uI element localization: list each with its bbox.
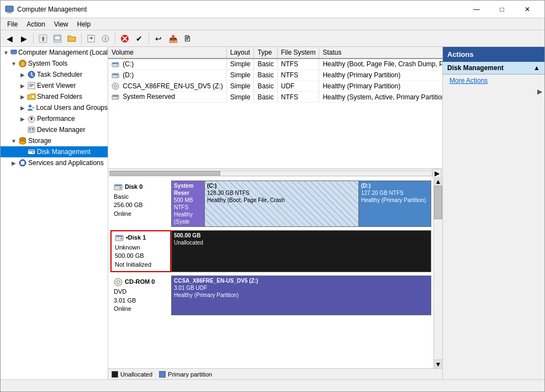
- disk1-type: Unknown: [115, 243, 167, 252]
- menu-view[interactable]: View: [50, 19, 73, 29]
- menu-bar: File Action View Help: [1, 18, 544, 30]
- delete-button[interactable]: [118, 32, 131, 45]
- col-fs: File System: [277, 47, 319, 59]
- table-row[interactable]: (C:) Simple Basic NTFS Healthy (Boot, Pa…: [108, 59, 442, 70]
- performance-label: Performance: [36, 115, 75, 123]
- root-expand-icon[interactable]: ▼: [2, 50, 10, 56]
- cell-volume: (D:): [108, 70, 226, 81]
- cdrom0-type: DVD: [114, 288, 168, 296]
- device-manager-label: Device Manager: [36, 126, 85, 134]
- maximize-button[interactable]: □: [489, 1, 515, 18]
- table-row[interactable]: CCSA_X86FRE_EN-US_DV5 (Z:) Simple Basic …: [108, 81, 442, 92]
- tree-shared-folders[interactable]: ▶ Shared Folders: [1, 91, 108, 102]
- svg-rect-57: [115, 185, 121, 186]
- cell-fs: NTFS: [277, 59, 319, 70]
- horizontal-scrollbar[interactable]: ▶: [108, 168, 442, 177]
- folder-button[interactable]: [65, 32, 78, 45]
- scroll-thumb[interactable]: [434, 186, 442, 219]
- actions-header: Actions: [443, 47, 544, 62]
- new-window-button[interactable]: ↩: [152, 32, 165, 45]
- partition-system-reserved[interactable]: System Reser 500 MB NTFS Healthy (Syste: [172, 181, 205, 226]
- disk1-row: •Disk 1 Unknown 500.00 GB Not Initialize…: [110, 230, 431, 272]
- export-button[interactable]: [84, 32, 98, 45]
- tree-local-users[interactable]: ▶ Local Users and Groups: [1, 102, 108, 113]
- svg-rect-0: [6, 6, 13, 12]
- disk-list[interactable]: Volume Layout Type File System Status (C…: [108, 47, 442, 168]
- up-button[interactable]: ⬆: [36, 32, 50, 45]
- local-users-icon: [27, 103, 35, 112]
- tree-device-manager[interactable]: Device Manager: [1, 124, 108, 135]
- properties-button[interactable]: i: [99, 32, 112, 45]
- perf-expand-icon[interactable]: ▶: [18, 116, 27, 122]
- tree-storage[interactable]: ▼ Storage: [1, 135, 108, 146]
- cdrom0-partitions: CCSA_X86FRE_EN-US_DV5 (Z:) 3.01 GB UDF H…: [171, 276, 431, 315]
- local-users-expand-icon[interactable]: ▶: [18, 105, 27, 111]
- scroll-up-btn[interactable]: ▲: [434, 177, 442, 186]
- scroll-right-btn[interactable]: ▶: [432, 169, 441, 178]
- partition-unalloc[interactable]: 500.00 GB Unallocated: [172, 231, 431, 272]
- check-button[interactable]: ✔: [133, 32, 146, 45]
- table-row[interactable]: (D:) Simple Basic NTFS Healthy (Primary …: [108, 70, 442, 81]
- cdrom0-name: CD-ROM 0: [125, 278, 155, 286]
- forward-button[interactable]: ▶: [17, 32, 30, 45]
- svg-rect-16: [13, 54, 15, 54]
- task-scheduler-label: Task Scheduler: [36, 71, 82, 78]
- tree-performance[interactable]: ▶ Performance: [1, 113, 108, 124]
- svg-rect-1: [8, 12, 11, 13]
- menu-action[interactable]: Action: [22, 19, 49, 29]
- drive-icon: [112, 61, 119, 68]
- legend-unallocated: Unallocated: [112, 371, 152, 378]
- table-row[interactable]: System Reserved Simple Basic NTFS Health…: [108, 92, 442, 103]
- unalloc-label: Unallocated: [174, 239, 428, 246]
- cdrom0-size: 3.01 GB: [114, 296, 168, 305]
- task-expand-icon[interactable]: ▶: [18, 72, 27, 78]
- tree-task-scheduler[interactable]: ▶ Task Scheduler: [1, 69, 108, 80]
- storage-expand-icon[interactable]: ▼: [9, 138, 18, 144]
- services-apps-icon: [18, 158, 27, 167]
- more-actions-arrow: ▶: [537, 88, 542, 96]
- back-button[interactable]: ◀: [3, 32, 16, 45]
- window-controls: — □ ✕: [464, 1, 540, 18]
- partition-d[interactable]: (D:) 127.20 GB NTFS Healthy (Primary Par…: [359, 181, 431, 226]
- services-expand-icon[interactable]: ▶: [9, 160, 18, 166]
- partition-c[interactable]: (C:) 128.30 GB NTFS Healthy (Boot, Page …: [205, 181, 359, 226]
- disk1-name: •Disk 1: [126, 234, 146, 242]
- more-actions-item[interactable]: More Actions: [443, 75, 544, 87]
- tree-event-viewer[interactable]: ▶ Event Viewer: [1, 80, 108, 91]
- shared-expand-icon[interactable]: ▶: [18, 94, 27, 100]
- disk0-info: Disk 0 Basic 256.00 GB Online: [110, 181, 171, 227]
- close-button[interactable]: ✕: [515, 1, 540, 18]
- help-button[interactable]: 🖹: [181, 32, 194, 45]
- svg-rect-33: [29, 128, 31, 130]
- tree-root[interactable]: ▼ Computer Management (Local: [1, 47, 108, 58]
- sr-name: System Reser: [174, 182, 202, 197]
- event-expand-icon[interactable]: ▶: [18, 83, 27, 89]
- main-window: Computer Management — □ ✕ File Action Vi…: [0, 0, 545, 392]
- event-viewer-icon: [27, 81, 36, 90]
- menu-file[interactable]: File: [3, 19, 22, 29]
- minimize-button[interactable]: —: [464, 1, 489, 18]
- show-hide-button[interactable]: [51, 32, 64, 45]
- disk-graph[interactable]: Disk 0 Basic 256.00 GB Online System Res…: [108, 177, 433, 368]
- scroll-down-btn[interactable]: ▼: [434, 359, 442, 368]
- svg-rect-35: [29, 130, 31, 131]
- svg-point-58: [120, 187, 121, 189]
- partition-cdrom[interactable]: CCSA_X86FRE_EN-US_DV5 (Z:) 3.01 GB UDF H…: [172, 276, 431, 315]
- export2-button[interactable]: 📤: [166, 32, 179, 45]
- device-manager-icon: [27, 125, 36, 134]
- cdrom-vol-name: CCSA_X86FRE_EN-US_DV5 (Z:): [174, 277, 428, 284]
- storage-label: Storage: [27, 137, 51, 145]
- disk0-type: Basic: [114, 193, 168, 201]
- tree-disk-management[interactable]: Disk Management: [1, 146, 108, 157]
- svg-point-52: [114, 85, 117, 87]
- cdrom0-row: CD-ROM 0 DVD 3.01 GB Online CCSA_X86FRE_…: [110, 276, 431, 315]
- vert-scrollbar[interactable]: ▲ ▼: [433, 177, 442, 368]
- menu-help[interactable]: Help: [73, 19, 96, 29]
- disk1-partitions: 500.00 GB Unallocated: [171, 230, 431, 272]
- cell-status: Healthy (Primary Partition): [319, 81, 442, 92]
- tree-services-apps[interactable]: ▶ Services and Applications: [1, 157, 108, 168]
- col-status: Status: [319, 47, 442, 59]
- svg-point-47: [117, 65, 118, 66]
- tree-system-tools[interactable]: ▼ ⚙ System Tools: [1, 58, 108, 69]
- system-tools-expand-icon[interactable]: ▼: [9, 61, 18, 67]
